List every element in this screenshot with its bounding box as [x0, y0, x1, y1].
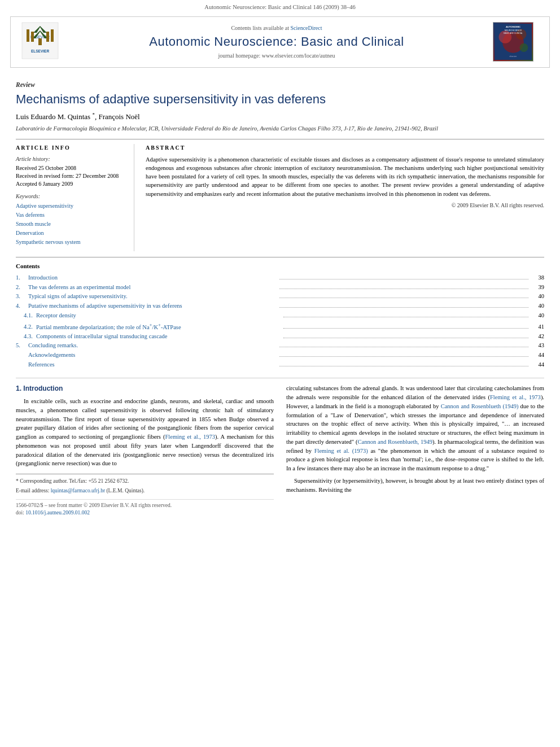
- doi-label: doi:: [16, 510, 24, 516]
- svg-rect-5: [27, 29, 29, 42]
- journal-title-block: Contents lists available at ScienceDirec…: [60, 24, 493, 60]
- page-wrapper: Autonomic Neuroscience: Basic and Clinic…: [0, 0, 560, 747]
- svg-text:BASIC AND CLINICAL: BASIC AND CLINICAL: [504, 32, 523, 34]
- accepted-date: Accepted 6 January 2009: [16, 180, 126, 188]
- toc-item-ack: Acknowledgements 44: [16, 351, 544, 360]
- intro-body-left: In excitable cells, such as exocrine and…: [16, 397, 274, 468]
- svg-rect-8: [51, 29, 54, 42]
- authors: Luis Eduardo M. Quintas *, François Noël: [16, 111, 544, 123]
- doi-line: doi: 10.1016/j.autneu.2009.01.002: [16, 509, 274, 517]
- keyword-5: Sympathetic nervous system: [16, 238, 126, 247]
- citation-text: Autonomic Neuroscience: Basic and Clinic…: [204, 4, 355, 10]
- intro-para-right-1: circulating substances from the adrenal …: [286, 384, 544, 473]
- journal-header: ELSEVIER ELSEVIER Contents lists availab…: [10, 16, 550, 68]
- doi-link[interactable]: 10.1016/j.autneu.2009.01.002: [25, 510, 90, 516]
- toc-item-4: 4. Putative mechanisms of adaptive super…: [16, 302, 544, 311]
- keyword-4: Denervation: [16, 229, 126, 238]
- author-separator: , François Noël: [95, 113, 140, 121]
- article-title: Mechanisms of adaptive supersensitivity …: [16, 91, 544, 107]
- intro-para-right-2: Supersensitivity (or hypersensitivity), …: [286, 477, 544, 495]
- keywords-label: Keywords:: [16, 193, 126, 200]
- elsevier-logo: ELSEVIER ELSEVIER: [21, 21, 60, 63]
- ref-cannon-2[interactable]: Cannon and Rosenblueth, 1949: [358, 439, 433, 445]
- author-name: Luis Eduardo M. Quintas: [16, 113, 92, 121]
- abstract-text: Adaptive supersensitivity is a phenomeno…: [146, 155, 544, 198]
- journal-thumbnail: AUTONOMIC NEUROSCIENCE BASIC AND CLINICA…: [493, 22, 533, 62]
- toc-item-refs: References 44: [16, 361, 544, 369]
- citation-bar: Autonomic Neuroscience: Basic and Clinic…: [0, 0, 560, 14]
- footnote-area: * Corresponding author. Tel./fax: +55 21…: [16, 474, 274, 495]
- article-info-abstract: ARTICLE INFO Article history: Received 2…: [16, 139, 544, 251]
- contents-table: 1. Introduction 38 2. The vas deferens a…: [16, 274, 544, 369]
- toc-item-2: 2. The vas deferens as an experimental m…: [16, 283, 544, 292]
- svg-text:AUTONOMIC: AUTONOMIC: [506, 26, 520, 29]
- bottom-bar: 1566-0702/$ – see front matter © 2009 El…: [16, 499, 274, 517]
- ref-fleming-2[interactable]: Fleming et al., 1973: [490, 394, 541, 400]
- received-date: Received 25 October 2008: [16, 164, 126, 172]
- received-revised-date: Received in revised form: 27 December 20…: [16, 172, 126, 180]
- intro-right-column: circulating substances from the adrenal …: [286, 384, 544, 517]
- svg-text:ELSEVIER: ELSEVIER: [31, 49, 49, 53]
- keyword-1: Adaptive supersensitivity: [16, 202, 126, 211]
- svg-rect-7: [46, 32, 49, 42]
- issn-line: 1566-0702/$ – see front matter © 2009 El…: [16, 502, 274, 509]
- affiliation: Laboratório de Farmacologia Bioquímica e…: [16, 125, 544, 133]
- article-history: Article history: Received 25 October 200…: [16, 155, 126, 188]
- intro-heading: 1. Introduction: [16, 384, 274, 394]
- intro-left-column: 1. Introduction In excitable cells, such…: [16, 384, 274, 517]
- intro-para-1: In excitable cells, such as exocrine and…: [16, 397, 274, 468]
- sciencedirect-link[interactable]: ScienceDirect: [290, 25, 322, 31]
- svg-point-15: [519, 43, 528, 52]
- svg-text:elsevier: elsevier: [510, 56, 518, 58]
- toc-item-4-1: 4.1. Receptor density 40: [16, 312, 544, 320]
- main-content: Review Mechanisms of adaptive supersensi…: [0, 68, 560, 517]
- email-name: (L.E.M. Quintas).: [106, 488, 145, 493]
- toc-item-1: 1. Introduction 38: [16, 274, 544, 282]
- article-info-column: ARTICLE INFO Article history: Received 2…: [16, 144, 134, 251]
- toc-item-4-2: 4.2. Partial membrane depolarization; th…: [16, 321, 544, 331]
- abstract-heading: ABSTRACT: [146, 144, 544, 152]
- keyword-2: Vas deferens: [16, 211, 126, 220]
- svg-text:NEUROSCIENCE: NEUROSCIENCE: [505, 29, 522, 32]
- footnote-corresponding: * Corresponding author. Tel./fax: +55 21…: [16, 478, 274, 485]
- footnote-email: E-mail address: lquintas@farmaco.ufrj.br…: [16, 487, 274, 495]
- svg-rect-4: [38, 38, 42, 45]
- journal-homepage: journal homepage: www.elsevier.com/locat…: [66, 52, 487, 60]
- history-label: Article history:: [16, 155, 126, 163]
- toc-item-5: 5. Concluding remarks. 43: [16, 342, 544, 350]
- ref-fleming-1[interactable]: Fleming et al., 1973: [165, 434, 215, 440]
- abstract-column: ABSTRACT Adaptive supersensitivity is a …: [146, 144, 544, 251]
- journal-title: Autonomic Neuroscience: Basic and Clinic…: [66, 33, 487, 51]
- article-type: Review: [16, 80, 544, 89]
- toc-item-4-3: 4.3. Components of intracellular signal …: [16, 333, 544, 341]
- keywords-list: Adaptive supersensitivity Vas deferens S…: [16, 202, 126, 247]
- introduction-section: 1. Introduction In excitable cells, such…: [16, 384, 544, 517]
- contents-section: Contents 1. Introduction 38 2. The vas d…: [16, 257, 544, 369]
- contents-available-label: Contents lists available at ScienceDirec…: [66, 24, 487, 32]
- keyword-3: Smooth muscle: [16, 220, 126, 229]
- email-link[interactable]: lquintas@farmaco.ufrj.br: [51, 488, 105, 493]
- ref-fleming-3[interactable]: Fleming et al. (1973): [314, 448, 368, 454]
- keywords-section: Keywords: Adaptive supersensitivity Vas …: [16, 193, 126, 247]
- copyright-notice: © 2009 Elsevier B.V. All rights reserved…: [146, 202, 544, 209]
- toc-item-3: 3. Typical signs of adaptive supersensit…: [16, 292, 544, 301]
- email-label: E-mail address:: [16, 488, 51, 493]
- svg-rect-6: [31, 32, 34, 42]
- section-divider: [16, 378, 544, 378]
- contents-heading: Contents: [16, 262, 544, 270]
- ref-cannon[interactable]: Cannon and Rosenblueth (1949): [441, 403, 519, 409]
- intro-body-right: circulating substances from the adrenal …: [286, 384, 544, 494]
- article-info-heading: ARTICLE INFO: [16, 144, 126, 152]
